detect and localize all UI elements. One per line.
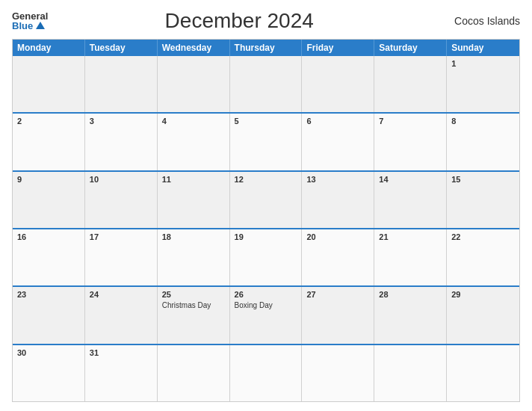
day-header-monday: Monday (13, 40, 85, 56)
day-number: 30 (17, 348, 80, 357)
day-number: 19 (235, 232, 297, 241)
day-cell (447, 345, 519, 401)
day-cell: 18 (158, 229, 230, 285)
day-number: 7 (379, 117, 442, 126)
day-cell: 9 (13, 172, 85, 228)
week-row-3: 9101112131415 (13, 170, 519, 228)
day-number: 24 (90, 290, 152, 299)
day-number: 26 (235, 290, 297, 299)
calendar: MondayTuesdayWednesdayThursdayFridaySatu… (12, 39, 520, 402)
day-header-tuesday: Tuesday (85, 40, 158, 56)
page: General Blue December 2024 Cocos Islands… (0, 0, 532, 411)
event-label: Boxing Day (235, 300, 297, 310)
day-number: 27 (306, 290, 369, 299)
day-header-sunday: Sunday (447, 40, 519, 56)
day-cell (85, 56, 158, 112)
day-cell: 13 (302, 172, 374, 228)
calendar-title: December 2024 (48, 9, 430, 33)
day-number: 14 (379, 175, 442, 184)
day-header-friday: Friday (302, 40, 374, 56)
day-header-thursday: Thursday (230, 40, 303, 56)
week-row-1: 1 (13, 56, 519, 112)
day-number: 5 (235, 117, 297, 126)
day-cell: 17 (85, 229, 158, 285)
day-number: 6 (306, 117, 369, 126)
day-cell: 2 (13, 114, 85, 170)
day-number: 3 (90, 117, 152, 126)
day-cell: 1 (447, 56, 519, 112)
day-number: 15 (451, 175, 515, 184)
day-cell: 11 (158, 172, 230, 228)
day-number: 18 (162, 232, 225, 241)
day-cell: 16 (13, 229, 85, 285)
day-cell: 28 (374, 287, 447, 343)
logo-blue-text: Blue (12, 21, 45, 31)
day-cell: 6 (302, 114, 374, 170)
day-number: 10 (90, 175, 152, 184)
day-cell (158, 345, 230, 401)
day-cell: 14 (374, 172, 447, 228)
region-label: Cocos Islands (430, 15, 520, 27)
logo: General Blue (12, 11, 48, 31)
day-cell (374, 56, 447, 112)
day-cell: 23 (13, 287, 85, 343)
day-cell: 31 (85, 345, 158, 401)
day-cell (13, 56, 85, 112)
day-cell: 26Boxing Day (230, 287, 303, 343)
day-cell: 15 (447, 172, 519, 228)
day-number: 22 (451, 232, 515, 241)
day-header-wednesday: Wednesday (158, 40, 230, 56)
day-number: 4 (162, 117, 225, 126)
day-number: 11 (162, 175, 225, 184)
day-header-saturday: Saturday (374, 40, 447, 56)
day-number: 28 (379, 290, 442, 299)
day-number: 20 (306, 232, 369, 241)
week-row-5: 232425Christmas Day26Boxing Day272829 (13, 285, 519, 343)
week-row-6: 3031 (13, 344, 519, 401)
day-cell: 29 (447, 287, 519, 343)
day-cell: 20 (302, 229, 374, 285)
day-cell: 19 (230, 229, 303, 285)
day-cell: 22 (447, 229, 519, 285)
day-cell: 27 (302, 287, 374, 343)
day-number: 17 (90, 232, 152, 241)
week-row-2: 2345678 (13, 112, 519, 170)
day-headers: MondayTuesdayWednesdayThursdayFridaySatu… (13, 40, 519, 56)
week-row-4: 16171819202122 (13, 228, 519, 285)
day-cell: 4 (158, 114, 230, 170)
day-cell: 7 (374, 114, 447, 170)
day-number: 21 (379, 232, 442, 241)
day-number: 29 (451, 290, 515, 299)
day-cell (302, 345, 374, 401)
day-number: 9 (17, 175, 80, 184)
day-number: 8 (451, 117, 515, 126)
day-cell: 25Christmas Day (158, 287, 230, 343)
day-cell: 21 (374, 229, 447, 285)
day-cell: 8 (447, 114, 519, 170)
logo-triangle-icon (36, 22, 45, 29)
day-cell: 24 (85, 287, 158, 343)
day-cell (302, 56, 374, 112)
day-cell: 3 (85, 114, 158, 170)
day-cell (230, 345, 303, 401)
day-number: 2 (17, 117, 80, 126)
day-number: 31 (90, 348, 152, 357)
event-label: Christmas Day (162, 300, 225, 310)
day-cell (374, 345, 447, 401)
day-cell (158, 56, 230, 112)
day-number: 1 (451, 59, 515, 68)
day-cell: 10 (85, 172, 158, 228)
day-number: 16 (17, 232, 80, 241)
day-number: 12 (235, 175, 297, 184)
day-number: 23 (17, 290, 80, 299)
day-cell: 12 (230, 172, 303, 228)
header: General Blue December 2024 Cocos Islands (12, 9, 520, 33)
day-number: 13 (306, 175, 369, 184)
calendar-body: 1234567891011121314151617181920212223242… (13, 56, 519, 401)
day-cell (230, 56, 303, 112)
day-cell: 5 (230, 114, 303, 170)
day-number: 25 (162, 290, 225, 299)
day-cell: 30 (13, 345, 85, 401)
